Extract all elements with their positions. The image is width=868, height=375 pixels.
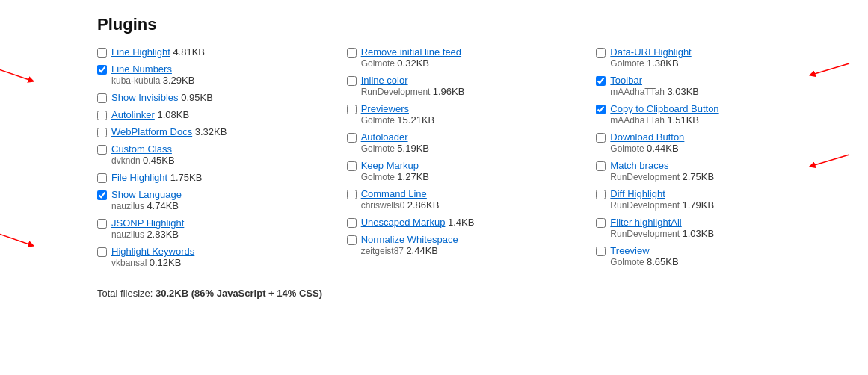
plugin-name[interactable]: Highlight Keywords bbox=[111, 246, 194, 257]
plugin-size: 8.65KB bbox=[647, 256, 679, 267]
plugin-item: WebPlatform Docs 3.32KB bbox=[97, 126, 339, 137]
plugin-name[interactable]: Diff Highlight bbox=[610, 188, 665, 199]
footer-prefix: Total filesize: bbox=[97, 288, 156, 299]
plugin-item: Copy to Clipboard ButtonmAAdhaTTah 1.51K… bbox=[596, 103, 838, 125]
plugin-checkbox-inline-color[interactable] bbox=[347, 76, 357, 86]
plugin-name[interactable]: Filter highlightAll bbox=[610, 217, 681, 228]
column-1: Line Highlight 4.81KBLine Numberskuba-ku… bbox=[97, 46, 347, 274]
plugin-name[interactable]: Line Numbers bbox=[111, 63, 172, 75]
plugin-checkbox-file-highlight[interactable] bbox=[97, 173, 107, 183]
plugin-checkbox-custom-class[interactable] bbox=[97, 145, 107, 155]
svg-line-3 bbox=[0, 232, 31, 245]
plugin-name[interactable]: Data-URI Highlight bbox=[610, 46, 691, 58]
plugin-info: Highlight Keywordsvkbansal 0.12KB bbox=[111, 246, 194, 268]
plugin-name[interactable]: Show Invisibles bbox=[111, 92, 179, 103]
plugin-name[interactable]: Copy to Clipboard Button bbox=[610, 103, 718, 114]
plugin-item: Keep MarkupGolmote 1.27KB bbox=[347, 160, 589, 182]
plugin-checkbox-download-button[interactable] bbox=[596, 133, 606, 143]
plugin-checkbox-show-language[interactable] bbox=[97, 190, 107, 200]
plugin-size: 3.32KB bbox=[192, 126, 227, 137]
plugin-checkbox-keep-markup[interactable] bbox=[347, 161, 357, 171]
plugin-size: 1.51KB bbox=[667, 114, 699, 125]
plugin-name[interactable]: Normalize Whitespace bbox=[361, 234, 458, 245]
plugin-checkbox-remove-initial-line-feed[interactable] bbox=[347, 48, 357, 58]
plugin-meta: nauzilus 4.74KB bbox=[111, 200, 182, 211]
column-3: 默认需要勾选 复制黏贴 Data-URI Highlight bbox=[596, 46, 846, 274]
plugin-name[interactable]: WebPlatform Docs bbox=[111, 126, 192, 137]
plugin-checkbox-show-invisibles[interactable] bbox=[97, 93, 107, 103]
plugin-checkbox-webplatform-docs[interactable] bbox=[97, 128, 107, 137]
plugin-checkbox-copy-to-clipboard-button[interactable] bbox=[596, 105, 606, 114]
svg-line-1 bbox=[0, 67, 31, 81]
plugin-size: 5.19KB bbox=[397, 143, 429, 154]
plugin-size: 1.75KB bbox=[167, 172, 202, 183]
svg-line-7 bbox=[812, 155, 849, 166]
plugin-info: WebPlatform Docs 3.32KB bbox=[111, 126, 227, 137]
plugin-info: Copy to Clipboard ButtonmAAdhaTTah 1.51K… bbox=[610, 103, 718, 125]
plugin-name[interactable]: Remove initial line feed bbox=[361, 46, 461, 58]
plugin-name[interactable]: Line Highlight bbox=[111, 46, 170, 58]
plugin-size: 2.83KB bbox=[147, 229, 179, 240]
plugin-meta: Golmote 15.21KB bbox=[361, 114, 435, 125]
plugin-item: Show Invisibles 0.95KB bbox=[97, 92, 339, 103]
plugin-meta: Golmote 0.44KB bbox=[610, 143, 684, 154]
plugin-checkbox-filter-highlightall[interactable] bbox=[596, 218, 606, 228]
plugin-checkbox-line-numbers[interactable] bbox=[97, 65, 107, 75]
plugin-name[interactable]: Treeview bbox=[610, 245, 649, 256]
plugin-meta: Golmote 1.27KB bbox=[361, 171, 429, 182]
plugin-meta: mAAdhaTTah 3.03KB bbox=[610, 86, 699, 97]
plugin-info: AutoloaderGolmote 5.19KB bbox=[361, 131, 429, 154]
plugin-checkbox-treeview[interactable] bbox=[596, 247, 606, 256]
plugin-item: Diff HighlightRunDevelopment 1.79KB bbox=[596, 188, 838, 211]
plugin-checkbox-previewers[interactable] bbox=[347, 105, 357, 114]
plugin-checkbox-autolinker[interactable] bbox=[97, 111, 107, 120]
plugin-name[interactable]: Keep Markup bbox=[361, 160, 419, 171]
plugin-info: Unescaped Markup 1.4KB bbox=[361, 217, 475, 228]
plugin-info: Show Invisibles 0.95KB bbox=[111, 92, 213, 103]
plugin-item: Remove initial line feedGolmote 0.32KB bbox=[347, 46, 589, 69]
plugin-name[interactable]: JSONP Highlight bbox=[111, 217, 184, 229]
plugin-name[interactable]: Autoloader bbox=[361, 131, 408, 143]
plugin-item: Inline colorRunDevelopment 1.96KB bbox=[347, 75, 589, 97]
plugin-name[interactable]: File Highlight bbox=[111, 172, 167, 183]
plugin-checkbox-data-uri-highlight[interactable] bbox=[596, 48, 606, 58]
plugin-size: 4.74KB bbox=[147, 200, 179, 211]
plugin-name[interactable]: Show Language bbox=[111, 189, 182, 200]
plugin-meta: dvkndn 0.45KB bbox=[111, 155, 175, 166]
plugin-item: File Highlight 1.75KB bbox=[97, 172, 339, 183]
plugin-checkbox-jsonp-highlight[interactable] bbox=[97, 219, 107, 229]
plugin-checkbox-match-braces[interactable] bbox=[596, 161, 606, 171]
footer-value: 30.2KB (86% JavaScript + 14% CSS) bbox=[156, 288, 322, 299]
plugin-name[interactable]: Autolinker bbox=[111, 109, 155, 120]
plugin-name[interactable]: Toolbar bbox=[610, 75, 642, 86]
plugin-name[interactable]: Download Button bbox=[610, 131, 684, 143]
plugin-info: Download ButtonGolmote 0.44KB bbox=[610, 131, 684, 154]
plugin-name[interactable]: Inline color bbox=[361, 75, 408, 86]
page-title: Plugins bbox=[97, 15, 846, 34]
page-wrapper: 显示行号 显示语言 Plugins Line Highlight 4.81KBL… bbox=[22, 15, 846, 299]
plugin-checkbox-diff-highlight[interactable] bbox=[596, 190, 606, 199]
plugin-size: 0.44KB bbox=[647, 143, 679, 154]
plugin-meta: RunDevelopment 1.79KB bbox=[610, 199, 714, 211]
plugin-checkbox-line-highlight[interactable] bbox=[97, 48, 107, 58]
plugin-name[interactable]: Custom Class bbox=[111, 143, 172, 155]
plugin-meta: Golmote 5.19KB bbox=[361, 143, 429, 154]
plugin-checkbox-toolbar[interactable] bbox=[596, 76, 606, 86]
plugin-item: Autolinker 1.08KB bbox=[97, 109, 339, 120]
plugin-name[interactable]: Match braces bbox=[610, 160, 668, 171]
plugin-item: Line Highlight 4.81KB bbox=[97, 46, 339, 58]
plugin-checkbox-command-line[interactable] bbox=[347, 190, 357, 199]
plugin-info: Custom Classdvkndn 0.45KB bbox=[111, 143, 175, 166]
plugin-checkbox-unescaped-markup[interactable] bbox=[347, 218, 357, 228]
plugin-checkbox-highlight-keywords[interactable] bbox=[97, 247, 107, 257]
plugin-name[interactable]: Unescaped Markup bbox=[361, 217, 446, 228]
plugin-checkbox-normalize-whitespace[interactable] bbox=[347, 235, 357, 245]
plugin-size: 3.29KB bbox=[163, 75, 195, 86]
plugin-checkbox-autoloader[interactable] bbox=[347, 133, 357, 143]
plugin-name[interactable]: Command Line bbox=[361, 188, 427, 199]
plugin-size: 1.96KB bbox=[433, 86, 465, 97]
plugin-name[interactable]: Previewers bbox=[361, 103, 409, 114]
plugin-item: Data-URI HighlightGolmote 1.38KB bbox=[596, 46, 838, 69]
plugin-meta: zeitgeist87 2.44KB bbox=[361, 245, 458, 256]
plugin-size: 2.86KB bbox=[407, 199, 440, 211]
